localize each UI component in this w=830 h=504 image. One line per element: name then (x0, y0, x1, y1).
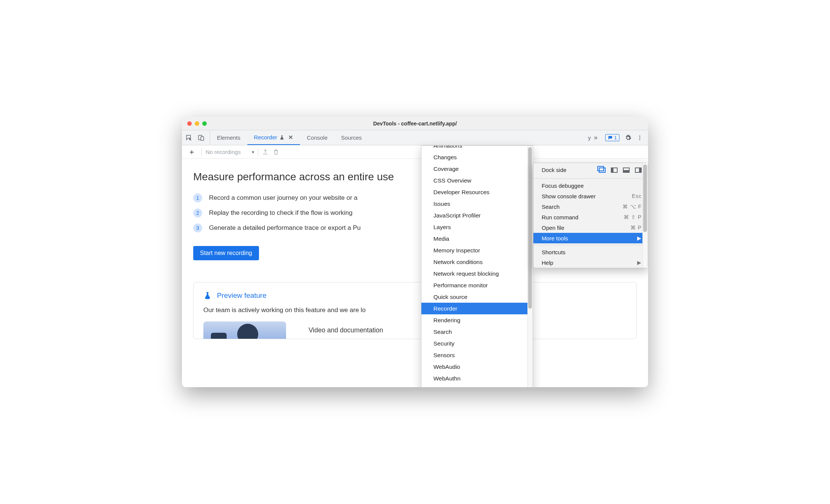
menu-item-label: Show console drawer (542, 193, 595, 199)
more-tools-item[interactable]: CSS Overview (421, 175, 533, 186)
menu-shortcut: ⌘ P (630, 225, 642, 231)
tab-label: Sources (341, 134, 362, 141)
more-tools-item[interactable]: Search (421, 326, 533, 338)
more-tools-item[interactable]: What's New (421, 384, 533, 387)
close-window-button[interactable] (187, 121, 192, 126)
more-tools-item[interactable]: Network request blocking (421, 268, 533, 279)
dock-bottom-icon[interactable] (623, 167, 630, 173)
menu-item-label: Help (542, 260, 553, 266)
more-tools-item[interactable]: Issues (421, 198, 533, 210)
video-doc-label: Video and documentation (309, 326, 383, 334)
step-text: Record a common user journey on your web… (209, 194, 357, 202)
inspect-element-icon[interactable] (186, 134, 192, 141)
minimize-window-button[interactable] (195, 121, 199, 126)
scrollbar-track[interactable] (642, 163, 648, 268)
more-tools-item[interactable]: Media (421, 233, 533, 244)
tabstrip-utilities: 1 (600, 130, 648, 145)
menu-item-label: Focus debuggee (542, 183, 584, 189)
more-tools-item[interactable]: Network conditions (421, 256, 533, 268)
menu-item[interactable]: Open file⌘ P (533, 222, 648, 233)
panel-tabstrip: Elements Recorder ✕ Console Sources y » … (182, 130, 648, 145)
traffic-lights (187, 121, 207, 126)
step-text: Replay the recording to check if the flo… (209, 209, 353, 217)
zoom-window-button[interactable] (202, 121, 207, 126)
menu-item[interactable]: Search⌘ ⌥ F (533, 201, 648, 212)
more-tools-item[interactable]: JavaScript Profiler (421, 210, 533, 221)
menu-item[interactable]: Run command⌘ ⇧ P (533, 212, 648, 222)
new-recording-button[interactable]: ＋ (186, 147, 198, 157)
scrollbar-thumb[interactable] (643, 164, 647, 232)
chat-icon (608, 135, 613, 140)
kebab-menu-icon[interactable] (637, 135, 643, 141)
menu-item-label: More tools (542, 235, 568, 241)
more-tools-item[interactable]: Security (421, 338, 533, 349)
chevron-down-icon: ▾ (252, 149, 254, 155)
titlebar: DevTools - coffee-cart.netlify.app/ (182, 117, 648, 130)
tab-console[interactable]: Console (300, 130, 334, 145)
menu-item[interactable]: Show console drawerEsc (533, 191, 648, 201)
menu-shortcut: ⌘ ⌥ F (622, 204, 642, 210)
more-tools-item[interactable]: Memory Inspector (421, 244, 533, 256)
dock-side-label: Dock side (542, 167, 566, 173)
settings-icon[interactable] (625, 134, 632, 141)
step-number: 2 (193, 208, 202, 217)
menu-item-label: Shortcuts (542, 249, 565, 255)
recording-select-placeholder: No recordings (206, 149, 241, 155)
more-tools-item[interactable]: Developer Resources (421, 186, 533, 198)
scrollbar-track[interactable] (527, 146, 533, 387)
preview-feature-card: Preview feature Our team is actively wor… (193, 282, 637, 339)
inspect-toggle-group (182, 130, 210, 145)
more-tools-item[interactable]: Layers (421, 221, 533, 233)
menu-item[interactable]: Help▶ (533, 257, 648, 268)
scrollbar-thumb[interactable] (528, 147, 532, 309)
tab-elements[interactable]: Elements (210, 130, 247, 145)
preview-body: Our team is actively working on this fea… (203, 306, 627, 314)
delete-icon[interactable] (273, 149, 279, 155)
devtools-window: DevTools - coffee-cart.netlify.app/ Elem… (182, 117, 648, 387)
more-tools-item[interactable]: Rendering (421, 314, 533, 326)
dock-undock-icon[interactable] (599, 167, 606, 173)
device-toolbar-icon[interactable] (198, 134, 204, 141)
menu-item[interactable]: More tools▶ (533, 233, 648, 243)
tab-label: Recorder (254, 134, 277, 140)
video-thumbnail[interactable] (203, 321, 286, 339)
recorder-toolbar: ＋ No recordings ▾ (182, 145, 648, 159)
main-menu: Dock side Focus debuggeeShow console dra… (533, 163, 648, 268)
menu-separator (533, 178, 648, 179)
menu-item-label: Search (542, 204, 560, 210)
more-tools-item[interactable]: Changes (421, 151, 533, 163)
menu-item[interactable]: Shortcuts (533, 247, 648, 257)
menu-item[interactable]: Focus debuggee (533, 180, 648, 191)
more-tools-item[interactable]: Sensors (421, 349, 533, 361)
export-icon[interactable] (262, 149, 269, 155)
more-tools-item[interactable]: WebAuthn (421, 373, 533, 384)
more-tools-item[interactable]: Quick source (421, 291, 533, 303)
svg-rect-1 (201, 137, 204, 140)
tab-sources[interactable]: Sources (334, 130, 368, 145)
issues-badge[interactable]: 1 (605, 134, 619, 141)
preview-title: Preview feature (217, 291, 267, 300)
more-tools-item[interactable]: WebAudio (421, 361, 533, 373)
dock-left-icon[interactable] (611, 167, 618, 173)
step-text: Generate a detailed performance trace or… (209, 224, 361, 232)
more-tools-item[interactable]: Animations (421, 145, 533, 151)
menu-shortcut: ⌘ ⇧ P (624, 214, 642, 220)
more-tools-item[interactable]: Recorder (421, 303, 533, 314)
tab-recorder[interactable]: Recorder ✕ (247, 130, 300, 145)
more-tools-item[interactable]: Performance monitor (421, 279, 533, 291)
tabs-overflow-button[interactable]: » (594, 134, 600, 142)
svg-point-2 (639, 136, 641, 137)
dock-side-row: Dock side (533, 163, 648, 177)
dock-right-icon[interactable] (635, 167, 642, 173)
close-tab-icon[interactable]: ✕ (288, 134, 293, 141)
menu-item-label: Run command (542, 214, 579, 220)
svg-point-4 (639, 139, 641, 140)
more-tools-submenu: AnimationsChangesCoverageCSS OverviewDev… (421, 145, 533, 387)
flask-icon (279, 135, 285, 140)
issues-count: 1 (614, 135, 617, 140)
recording-select[interactable]: No recordings ▾ (206, 149, 254, 155)
flask-icon (203, 291, 212, 300)
more-tools-item[interactable]: Coverage (421, 163, 533, 175)
menu-separator (533, 245, 648, 245)
start-recording-button[interactable]: Start new recording (193, 246, 259, 260)
